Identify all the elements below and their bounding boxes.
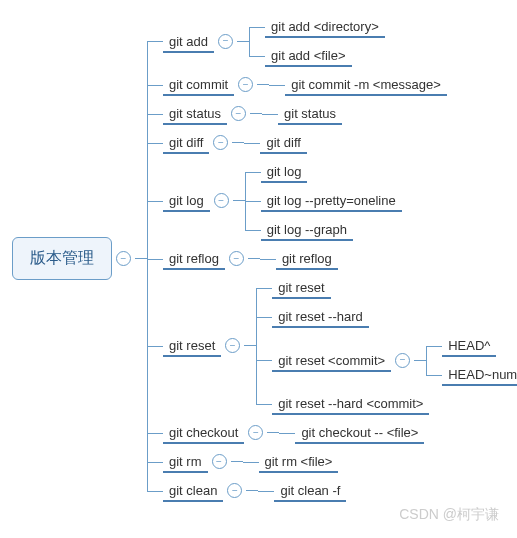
tree-node[interactable]: git diff: [163, 131, 209, 154]
toggle-icon[interactable]: −: [225, 338, 240, 353]
tree-node[interactable]: git log --pretty=oneline: [261, 189, 402, 212]
tree-node[interactable]: git reset: [163, 334, 221, 357]
child-row: git diff: [244, 128, 306, 157]
child-row: git status−git status: [147, 99, 517, 128]
children-container: git checkout -- <file>: [279, 418, 424, 447]
connector: [246, 490, 258, 491]
child-row: git log−git loggit log --pretty=onelineg…: [147, 157, 517, 244]
tree-node[interactable]: git log --graph: [261, 218, 353, 241]
tree-node[interactable]: git add <directory>: [265, 15, 385, 38]
tree-node[interactable]: git log: [261, 160, 308, 183]
child-row: git clean−git clean -f: [147, 476, 517, 505]
child-row: git reflog: [260, 244, 338, 273]
tree-node[interactable]: git clean -f: [274, 479, 346, 502]
children-container: git reflog: [260, 244, 338, 273]
children-container: git loggit log --pretty=onelinegit log -…: [245, 157, 402, 244]
tree-node[interactable]: git commit: [163, 73, 234, 96]
children-container: HEAD^HEAD~num: [426, 331, 517, 389]
child-row: git add <file>: [249, 41, 385, 70]
connector: [135, 258, 147, 259]
children-container: git diff: [244, 128, 306, 157]
connector: [232, 142, 244, 143]
toggle-icon[interactable]: −: [248, 425, 263, 440]
toggle-icon[interactable]: −: [227, 483, 242, 498]
tree-node[interactable]: git commit -m <message>: [285, 73, 447, 96]
tree-node[interactable]: git reset: [272, 276, 330, 299]
connector: [414, 360, 426, 361]
toggle-icon[interactable]: −: [218, 34, 233, 49]
child-row: git rm <file>: [243, 447, 339, 476]
child-row: git reset --hard <commit>: [256, 389, 517, 418]
child-row: git diff−git diff: [147, 128, 517, 157]
connector: [231, 461, 243, 462]
children-container: git add <directory>git add <file>: [249, 12, 385, 70]
tree-node[interactable]: git add: [163, 30, 214, 53]
tree-node[interactable]: git reset --hard <commit>: [272, 392, 429, 415]
children-container: git resetgit reset --hardgit reset <comm…: [256, 273, 517, 418]
tree-node[interactable]: git rm: [163, 450, 208, 473]
children-container: git status: [262, 99, 342, 128]
mindmap-root: 版本管理 − git add−git add <directory>git ad…: [12, 12, 505, 505]
tree-node[interactable]: git checkout -- <file>: [295, 421, 424, 444]
child-row: git reset --hard: [256, 302, 517, 331]
toggle-icon[interactable]: −: [231, 106, 246, 121]
children-container: git rm <file>: [243, 447, 339, 476]
child-row: git commit -m <message>: [269, 70, 447, 99]
connector: [257, 84, 269, 85]
toggle-icon[interactable]: −: [238, 77, 253, 92]
tree-node[interactable]: git reflog: [276, 247, 338, 270]
connector: [233, 200, 245, 201]
child-row: git add−git add <directory>git add <file…: [147, 12, 517, 70]
tree-node[interactable]: git diff: [260, 131, 306, 154]
connector: [250, 113, 262, 114]
child-row: git commit−git commit -m <message>: [147, 70, 517, 99]
tree-node[interactable]: git reflog: [163, 247, 225, 270]
connector: [267, 432, 279, 433]
child-row: git checkout−git checkout -- <file>: [147, 418, 517, 447]
child-row: git checkout -- <file>: [279, 418, 424, 447]
root-label: 版本管理: [30, 249, 94, 266]
tree-node[interactable]: git status: [163, 102, 227, 125]
tree-node[interactable]: git add <file>: [265, 44, 351, 67]
child-row: git log --pretty=oneline: [245, 186, 402, 215]
tree-node[interactable]: git status: [278, 102, 342, 125]
child-row: git log --graph: [245, 215, 402, 244]
root-node[interactable]: 版本管理: [12, 237, 112, 280]
tree-node[interactable]: HEAD^: [442, 334, 496, 357]
tree-node[interactable]: git rm <file>: [259, 450, 339, 473]
toggle-icon[interactable]: −: [214, 193, 229, 208]
tree-node[interactable]: git checkout: [163, 421, 244, 444]
child-row: git reset <commit>−HEAD^HEAD~num: [256, 331, 517, 389]
tree-node[interactable]: HEAD~num: [442, 363, 517, 386]
children-container: git commit -m <message>: [269, 70, 447, 99]
child-row: HEAD^: [426, 331, 517, 360]
toggle-icon[interactable]: −: [212, 454, 227, 469]
watermark: CSDN @柯宇谦: [399, 506, 499, 517]
child-row: git log: [245, 157, 402, 186]
tree-node[interactable]: git clean: [163, 479, 223, 502]
child-row: git rm−git rm <file>: [147, 447, 517, 476]
tree-node[interactable]: git reset <commit>: [272, 349, 391, 372]
child-row: git clean -f: [258, 476, 346, 505]
toggle-icon[interactable]: −: [116, 251, 131, 266]
connector: [248, 258, 260, 259]
children-container: git add−git add <directory>git add <file…: [147, 12, 517, 505]
child-row: git add <directory>: [249, 12, 385, 41]
child-row: git reset: [256, 273, 517, 302]
toggle-icon[interactable]: −: [395, 353, 410, 368]
child-row: git reflog−git reflog: [147, 244, 517, 273]
children-container: git clean -f: [258, 476, 346, 505]
connector: [237, 41, 249, 42]
toggle-icon[interactable]: −: [213, 135, 228, 150]
toggle-icon[interactable]: −: [229, 251, 244, 266]
child-row: git reset−git resetgit reset --hardgit r…: [147, 273, 517, 418]
tree-node[interactable]: git log: [163, 189, 210, 212]
tree-node[interactable]: git reset --hard: [272, 305, 369, 328]
connector: [244, 345, 256, 346]
child-row: HEAD~num: [426, 360, 517, 389]
child-row: git status: [262, 99, 342, 128]
